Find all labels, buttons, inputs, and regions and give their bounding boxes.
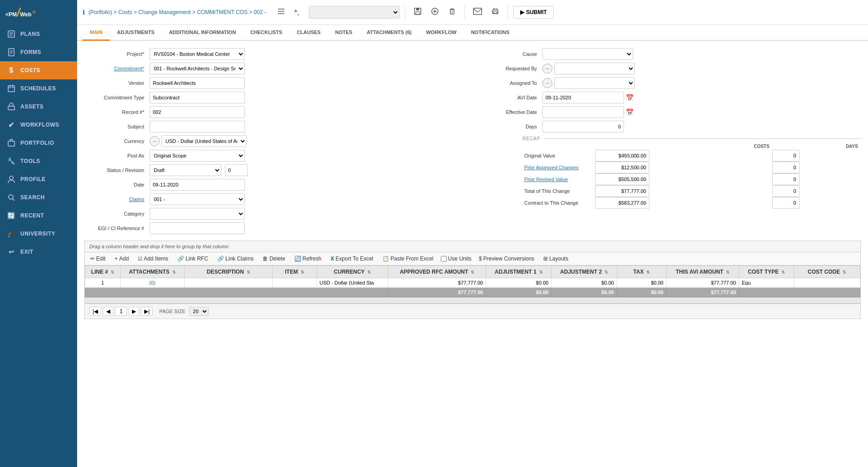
avi-date-input[interactable] xyxy=(542,92,624,103)
sidebar-item-plans[interactable]: PLANS xyxy=(0,25,77,43)
requested-by-select[interactable] xyxy=(554,63,635,74)
prev-page-button[interactable]: ◀ xyxy=(103,307,113,316)
cause-select[interactable] xyxy=(542,48,633,60)
svg-rect-13 xyxy=(8,141,15,146)
vendor-label: Vendor xyxy=(84,80,148,86)
email-button[interactable] xyxy=(470,5,485,19)
next-page-button[interactable]: ▶ xyxy=(129,307,139,316)
table-row[interactable]: 1 (0) USD - Dollar (United Sta $77,777.0… xyxy=(85,278,860,288)
commitment-select[interactable]: 001 - Rockwell Architects - Design Servi xyxy=(150,63,245,74)
sidebar-item-tools[interactable]: 🔧 TOOLS xyxy=(0,152,77,170)
add-button[interactable] xyxy=(428,5,442,19)
commitment-label[interactable]: Commitment* xyxy=(84,66,148,71)
grid-drag-header: Drag a column header and drop it here to… xyxy=(85,241,860,252)
page-size-select[interactable]: 20 xyxy=(189,307,209,316)
link-rfc-button[interactable]: 🔗 Link RFC xyxy=(176,255,210,263)
assigned-to-btn[interactable]: ··· xyxy=(542,78,552,88)
commitment-type-input[interactable] xyxy=(150,92,245,103)
sidebar-item-assets[interactable]: ASSETS xyxy=(0,98,77,116)
tab-adjustments[interactable]: ADJUSTMENTS xyxy=(110,25,162,41)
sidebar-item-exit[interactable]: ↩ EXIT xyxy=(0,243,77,261)
link-claims-button[interactable]: 🔗 Link Claims xyxy=(215,255,255,263)
sidebar-item-recent[interactable]: 🔄 RECENT xyxy=(0,206,77,225)
export-excel-button[interactable]: X Export To Excel xyxy=(329,255,375,263)
category-select[interactable] xyxy=(150,208,245,220)
cell-attachments[interactable]: (0) xyxy=(120,278,184,288)
cell-approved-rfc: $77,777.00 xyxy=(388,278,486,288)
record-input[interactable] xyxy=(150,106,245,118)
contract-change-days[interactable] xyxy=(772,197,800,209)
info-icon[interactable]: ℹ xyxy=(83,9,85,16)
total-change-days[interactable] xyxy=(772,185,800,197)
prior-revised-days[interactable] xyxy=(772,173,800,185)
tab-additional[interactable]: ADDITIONAL INFORMATION xyxy=(162,25,243,41)
sidebar-item-forms[interactable]: FORMS xyxy=(0,43,77,61)
grid-table-container[interactable]: LINE # ⇅ ATTACHMENTS ⇅ DESCRIPTION ⇅ xyxy=(85,265,860,297)
paste-excel-button[interactable]: 📋 Paste From Excel xyxy=(380,255,435,263)
subject-input[interactable] xyxy=(150,121,245,133)
assets-icon xyxy=(7,102,16,111)
currency-select[interactable]: USD - Dollar (United States of America) xyxy=(161,135,247,147)
effective-date-calendar[interactable]: 📅 xyxy=(626,108,634,116)
sidebar-item-portfolio[interactable]: PORTFOLIO xyxy=(0,134,77,152)
prior-revised-label[interactable]: Prior Revised Value xyxy=(522,173,595,185)
tab-main[interactable]: MAIN xyxy=(83,25,110,41)
assigned-to-label: Assigned To xyxy=(477,80,541,86)
sidebar-item-university[interactable]: 🎓 UNIVERSITY xyxy=(0,225,77,243)
prior-approved-costs[interactable] xyxy=(595,162,649,173)
undo-button[interactable] xyxy=(292,5,305,19)
add-row-button[interactable]: + Add xyxy=(113,255,131,263)
tab-notifications[interactable]: NOTIFICATIONS xyxy=(464,25,517,41)
first-page-button[interactable]: |◀ xyxy=(89,307,101,316)
project-select[interactable]: RVS0104 - Boston Medical Center xyxy=(150,48,245,60)
horizontal-scrollbar[interactable] xyxy=(85,297,860,304)
delete-button[interactable] xyxy=(445,5,459,19)
forms-icon xyxy=(7,48,16,57)
last-page-button[interactable]: ▶| xyxy=(141,307,153,316)
use-units-checkbox[interactable] xyxy=(441,256,447,262)
avi-date-calendar[interactable]: 📅 xyxy=(626,94,634,101)
print-button[interactable] xyxy=(488,5,502,19)
list-view-button[interactable] xyxy=(274,5,288,19)
effective-date-input[interactable] xyxy=(542,106,624,118)
tab-clauses[interactable]: CLAUSES xyxy=(289,25,328,41)
tab-checklists[interactable]: CHECKLISTS xyxy=(243,25,289,41)
status-rev-input[interactable] xyxy=(225,164,248,176)
add-items-button[interactable]: ☑ Add Items xyxy=(136,255,170,263)
refresh-button[interactable]: 🔄 Refresh xyxy=(293,255,323,263)
prior-revised-costs[interactable] xyxy=(595,173,649,185)
tab-notes[interactable]: NOTES xyxy=(328,25,360,41)
days-input[interactable] xyxy=(542,121,624,133)
claims-label[interactable]: Claims xyxy=(84,197,148,202)
original-value-costs[interactable] xyxy=(595,150,649,162)
record-select[interactable]: 002 - Boston Medical Center xyxy=(309,6,400,19)
save-button[interactable] xyxy=(411,5,424,19)
sidebar-item-costs[interactable]: $ COSTS xyxy=(0,61,77,79)
status-select[interactable]: Draft xyxy=(150,164,221,176)
prior-approved-days[interactable] xyxy=(772,162,800,173)
claims-select[interactable]: 001 - xyxy=(150,193,245,205)
date-input[interactable] xyxy=(150,179,245,191)
currency-info-button[interactable]: ··· xyxy=(150,136,160,146)
submit-button[interactable]: ▶ SUBMIT xyxy=(513,6,554,19)
contract-change-costs[interactable] xyxy=(595,197,649,209)
layouts-button[interactable]: ⊞ Layouts xyxy=(541,255,570,263)
tab-attachments[interactable]: ATTACHMENTS (6) xyxy=(360,25,419,41)
vendor-input[interactable] xyxy=(150,77,245,89)
delete-row-button[interactable]: 🗑 Delete xyxy=(261,255,287,263)
edit-button[interactable]: ✏ Edit xyxy=(88,255,107,263)
prior-approved-label[interactable]: Prior Approved Changes xyxy=(522,162,595,173)
assigned-to-select[interactable] xyxy=(554,77,635,89)
preview-conversions-button[interactable]: $ Preview Conversions xyxy=(477,255,536,263)
sidebar-item-schedules[interactable]: SCHEDULES xyxy=(0,79,77,98)
tab-workflow[interactable]: WORKFLOW xyxy=(419,25,463,41)
original-value-days[interactable] xyxy=(772,150,800,162)
sidebar-item-workflows[interactable]: ✔ WORKFLOWS xyxy=(0,116,77,134)
total-change-costs[interactable] xyxy=(595,185,649,197)
export-icon: X xyxy=(331,256,334,262)
post-as-select[interactable]: Original Scope xyxy=(150,150,245,162)
sidebar-item-search[interactable]: SEARCH xyxy=(0,188,77,206)
requested-by-btn[interactable]: ··· xyxy=(542,64,552,74)
sidebar-item-profile[interactable]: PROFILE xyxy=(0,170,77,188)
egi-input[interactable] xyxy=(150,222,245,234)
